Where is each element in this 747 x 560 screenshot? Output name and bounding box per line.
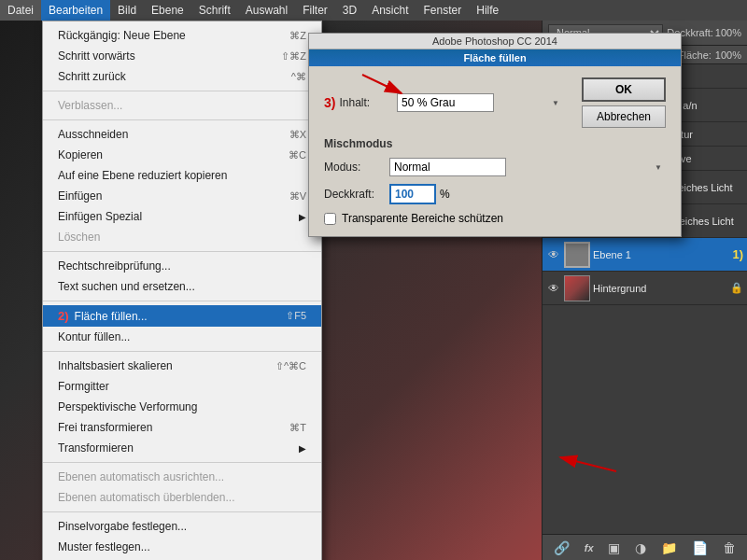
layer-name-ebene1: Ebene 1: [593, 249, 726, 260]
fx-icon[interactable]: fx: [581, 540, 598, 555]
separator-1: [43, 91, 321, 91]
separator-3: [43, 251, 321, 252]
menu-ebenen-ueberblenden: Ebenen automatisch überblenden...: [43, 487, 321, 508]
menu-ebene[interactable]: Ebene: [144, 0, 191, 21]
mask-icon[interactable]: ▣: [604, 539, 624, 557]
menu-loeschen: Löschen: [43, 227, 321, 247]
menu-rueckgaengig[interactable]: Rückgängig: Neue Ebene ⌘Z: [43, 25, 321, 46]
dialog-titlebar: Fläche füllen: [309, 49, 681, 66]
checkbox-label: Transparente Bereiche schützen: [342, 212, 503, 225]
menu-kontur-fuellen[interactable]: Kontur füllen...: [43, 327, 321, 347]
flaeche-value: 100%: [715, 49, 741, 61]
menu-verblassen: Verblassen...: [43, 95, 321, 116]
transparente-checkbox[interactable]: [324, 213, 336, 225]
inhalt-select-wrapper: 50 % Grau Vordergrundfarbe Hintergrundfa…: [397, 93, 563, 112]
menu-bearbeiten[interactable]: Bearbeiten: [41, 0, 110, 21]
modus-select[interactable]: Normal Auflösen Abdunkeln Multiplizieren…: [389, 158, 506, 176]
menu-muster-festlegen[interactable]: Muster festlegen...: [43, 537, 321, 557]
menu-schrift[interactable]: Schrift: [191, 0, 238, 21]
layer-ebene1[interactable]: 👁 Ebene 1 1): [543, 238, 747, 272]
menu-text-suchen[interactable]: Text suchen und ersetzen...: [43, 276, 321, 297]
inhalt-label: 3) Inhalt:: [324, 95, 389, 110]
menu-filter[interactable]: Filter: [295, 0, 335, 21]
menu-fenster[interactable]: Fenster: [416, 0, 470, 21]
flaeche-label: Fläche:: [678, 49, 712, 61]
modus-select-wrapper: Normal Auflösen Abdunkeln Multiplizieren…: [389, 158, 666, 176]
flaeche-fuellen-dialog: Adobe Photoshop CC 2014 Fläche füllen 3)…: [308, 33, 682, 237]
menu-schritt-zurueck[interactable]: Schritt zurück ^⌘: [43, 66, 321, 87]
menu-transformieren[interactable]: Transformieren ▶: [43, 438, 321, 458]
layer-hintergrund[interactable]: 👁 Hintergrund 🔒: [543, 272, 747, 305]
inhalt-select[interactable]: 50 % Grau Vordergrundfarbe Hintergrundfa…: [397, 93, 494, 112]
menu-ansicht[interactable]: Ansicht: [364, 0, 416, 21]
group-icon[interactable]: 📁: [657, 539, 681, 557]
modus-row: Modus: Normal Auflösen Abdunkeln Multipl…: [324, 158, 666, 176]
menu-3d[interactable]: 3D: [335, 0, 364, 21]
thumb-ebene1: [564, 242, 590, 268]
layer-name-hintergrund: Hintergrund: [593, 283, 727, 294]
step2-label: 2): [58, 309, 69, 323]
deckkraft-input[interactable]: [389, 184, 436, 204]
menubar: Datei Bearbeiten Bild Ebene Schrift Ausw…: [0, 0, 747, 21]
link-layers-icon[interactable]: 🔗: [550, 539, 573, 557]
deckkraft-label: Deckkraft:: [324, 188, 389, 201]
menu-frei-transformieren[interactable]: Frei transformieren ⌘T: [43, 417, 321, 438]
menu-bild[interactable]: Bild: [110, 0, 144, 21]
eye-ebene1[interactable]: 👁: [546, 247, 561, 262]
menu-einfuegen[interactable]: Einfügen ⌘V: [43, 186, 321, 206]
menu-kopieren-reduziert[interactable]: Auf eine Ebene reduziert kopieren: [43, 165, 321, 186]
menu-kopieren[interactable]: Kopieren ⌘C: [43, 145, 321, 165]
inhalt-row: 3) Inhalt: 50 % Grau Vordergrundfarbe Hi…: [324, 77, 666, 128]
menu-ebenen-ausrichten: Ebenen automatisch ausrichten...: [43, 467, 321, 487]
dialog-content: 3) Inhalt: 50 % Grau Vordergrundfarbe Hi…: [309, 66, 681, 236]
dialog-app-title: Adobe Photoshop CC 2014: [309, 34, 681, 49]
separator-4: [43, 301, 321, 301]
ok-button[interactable]: OK: [582, 77, 666, 102]
eye-hintergrund[interactable]: 👁: [546, 281, 561, 296]
step3-annotation: 3): [324, 95, 335, 110]
mischmodus-header: Mischmodus: [324, 137, 666, 150]
cancel-button[interactable]: Abbrechen: [582, 105, 666, 128]
bearbeiten-menu: Rückgängig: Neue Ebene ⌘Z Schritt vorwär…: [42, 21, 322, 560]
modus-label: Modus:: [324, 161, 389, 174]
separator-5: [43, 351, 321, 352]
adjustment-icon[interactable]: ◑: [631, 539, 650, 557]
delete-layer-icon[interactable]: 🗑: [719, 539, 740, 557]
separator-7: [43, 511, 321, 512]
new-layer-icon[interactable]: 📄: [688, 539, 712, 557]
menu-pinsel-vorgabe[interactable]: Pinselvorgabe festlegen...: [43, 516, 321, 537]
deckkraft-row: Deckkraft: %: [324, 184, 666, 204]
separator-2: [43, 119, 321, 120]
layers-bottom-toolbar: 🔗 fx ▣ ◑ 📁 📄 🗑: [543, 534, 747, 560]
separator-6: [43, 462, 321, 463]
menu-perspektivisch[interactable]: Perspektivische Verformung: [43, 397, 321, 417]
menu-inhaltsbasiert[interactable]: Inhaltsbasiert skalieren ⇧^⌘C: [43, 356, 321, 376]
menu-datei[interactable]: Datei: [0, 0, 41, 21]
thumb-hintergrund: [564, 275, 590, 301]
menu-schritt-vorwaerts[interactable]: Schritt vorwärts ⇧⌘Z: [43, 46, 321, 66]
deckkraft-unit: %: [440, 188, 450, 201]
menu-flaeche-fuellen[interactable]: 2) Fläche füllen... ⇧F5: [43, 305, 321, 327]
menu-rechtschreibpruefung[interactable]: Rechtschreibprüfung...: [43, 256, 321, 276]
menu-formgitter[interactable]: Formgitter: [43, 376, 321, 397]
step1-label: 1): [732, 247, 743, 261]
lock-icon: 🔒: [730, 282, 743, 294]
dialog-buttons: OK Abbrechen: [582, 77, 666, 128]
menu-ausschneiden[interactable]: Ausschneiden ⌘X: [43, 124, 321, 145]
menu-hilfe[interactable]: Hilfe: [469, 0, 506, 21]
menu-auswahl[interactable]: Auswahl: [238, 0, 295, 21]
menu-einfuegen-spezial[interactable]: Einfügen Spezial ▶: [43, 206, 321, 227]
checkbox-row: Transparente Bereiche schützen: [324, 212, 666, 225]
